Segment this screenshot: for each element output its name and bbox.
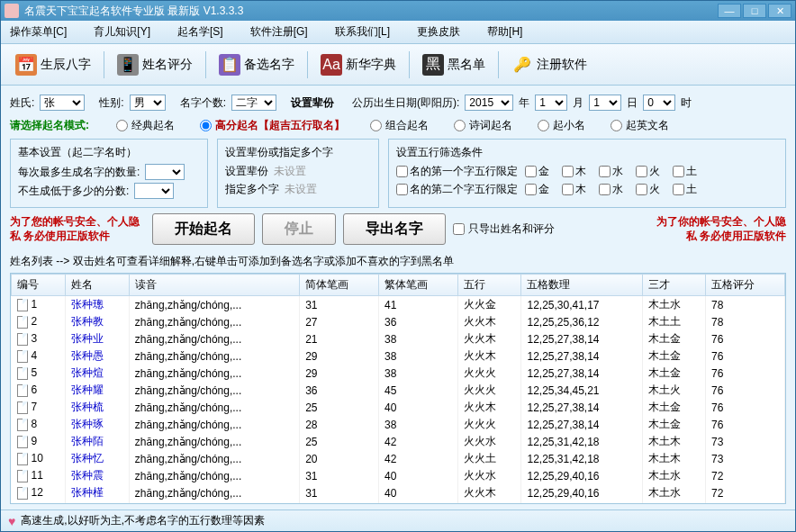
table-row[interactable]: 3张种业zhāng,zhǎng/chóng,...2138火火木12,25,27…: [12, 330, 785, 347]
close-button[interactable]: ✕: [768, 4, 791, 18]
namecount-label: 名字个数:: [180, 95, 226, 111]
table-row[interactable]: 9张种陌zhāng,zhǎng/chóng,...2542火火水12,25,31…: [12, 433, 785, 450]
wuxing-option[interactable]: 金: [525, 182, 549, 197]
wuxing-option[interactable]: 水: [599, 182, 623, 197]
toolbar-button[interactable]: 📅生辰八字: [8, 50, 98, 79]
table-row[interactable]: 11张种震zhāng,zhǎng/chóng,...3140火火水12,25,2…: [12, 467, 785, 484]
content-area: 姓氏: 张 性别: 男 名字个数: 二字 设置辈份 公历出生日期(即阳历): 2…: [1, 86, 795, 509]
start-button[interactable]: 开始起名: [152, 213, 255, 245]
toolbar-icon: 黑: [422, 54, 444, 76]
toolbar-button[interactable]: Aa新华字典: [313, 50, 403, 79]
minimize-button[interactable]: —: [718, 4, 741, 18]
wuxing-option[interactable]: 火: [636, 164, 660, 179]
export-only-checkbox[interactable]: [453, 223, 465, 235]
menu-item[interactable]: 起名学[S]: [177, 24, 223, 40]
menubar: 操作菜单[C]育儿知识[Y]起名学[S]软件注册[G]联系我们[L]更换皮肤帮助…: [1, 21, 795, 44]
doc-icon: [17, 299, 28, 311]
day-select[interactable]: 1: [589, 95, 621, 111]
menu-item[interactable]: 软件注册[G]: [250, 24, 308, 40]
mode-option[interactable]: 高分起名【超吉五行取名】: [200, 118, 345, 133]
doc-icon: [17, 470, 28, 482]
export-button[interactable]: 导出名字: [343, 213, 446, 245]
wuxing-option[interactable]: 木: [562, 182, 586, 197]
menu-item[interactable]: 操作菜单[C]: [10, 24, 67, 40]
mode-option[interactable]: 经典起名: [116, 118, 175, 133]
birth-label: 公历出生日期(即阳历):: [352, 95, 459, 111]
mode-option[interactable]: 起英文名: [611, 118, 669, 133]
multi-status[interactable]: 未设置: [285, 182, 317, 197]
toolbar-button[interactable]: 黑黑名单: [415, 50, 493, 79]
mode-title: 请选择起名模式:: [10, 118, 89, 133]
table-row[interactable]: 4张种愚zhāng,zhǎng/chóng,...2938火火木12,25,27…: [12, 347, 785, 365]
app-icon: [5, 4, 19, 18]
column-header[interactable]: 繁体笔画: [379, 275, 458, 296]
toolbar-icon: 📅: [15, 54, 37, 76]
stop-button[interactable]: 停止: [262, 213, 336, 245]
column-header[interactable]: 三才: [642, 275, 706, 296]
table-row[interactable]: 2张种教zhāng,zhǎng/chóng,...2736火火木12,25,25…: [12, 313, 785, 330]
mode-option[interactable]: 诗词起名: [454, 118, 512, 133]
setbei-link[interactable]: 设置辈份: [291, 95, 334, 111]
warning-right: 为了你的帐号安全、个人隐私 务必使用正版软件: [651, 215, 786, 243]
doc-icon: [17, 333, 28, 346]
column-header[interactable]: 姓名: [66, 275, 130, 296]
toolbar-icon: 🔑: [511, 54, 533, 76]
max-count-select[interactable]: [145, 164, 185, 180]
year-select[interactable]: 2015: [465, 95, 513, 111]
table-row[interactable]: 5张种煊zhāng,zhǎng/chóng,...2938火火火12,25,27…: [12, 365, 785, 382]
column-header[interactable]: 简体笔画: [300, 275, 379, 296]
doc-icon: [17, 436, 28, 448]
table-row[interactable]: 7张种梳zhāng,zhǎng/chóng,...2540火火木12,25,27…: [12, 399, 785, 416]
mode-option[interactable]: 组合起名: [370, 118, 429, 133]
name-table-wrap: 编号姓名读音简体笔画繁体笔画五行五格数理三才五格评分 1张种璁zhāng,zhǎ…: [10, 273, 786, 504]
toolbar-icon: 📋: [219, 54, 240, 76]
export-only-label[interactable]: 只导出姓名和评分: [453, 221, 555, 237]
doc-icon: [17, 367, 28, 380]
bei-status[interactable]: 未设置: [274, 164, 306, 179]
namecount-select[interactable]: 二字: [231, 95, 276, 111]
table-row[interactable]: 10张种忆zhāng,zhǎng/chóng,...2042火火土12,25,3…: [12, 450, 785, 467]
wuxing-option[interactable]: 土: [673, 164, 697, 179]
doc-icon: [17, 453, 28, 465]
table-row[interactable]: 1张种璁zhāng,zhǎng/chóng,...3141火火金12,25,30…: [12, 296, 785, 314]
wuxing-option[interactable]: 土: [673, 182, 697, 197]
basic-info-row: 姓氏: 张 性别: 男 名字个数: 二字 设置辈份 公历出生日期(即阳历): 2…: [10, 91, 786, 114]
column-header[interactable]: 五格数理: [521, 275, 642, 296]
settings-panels: 基本设置（起二字名时） 每次最多生成名字的数量: 不生成低于多少的分数: 设置辈…: [10, 139, 786, 208]
menu-item[interactable]: 育儿知识[Y]: [94, 24, 150, 40]
column-header[interactable]: 五格评分: [706, 275, 785, 296]
toolbar-button[interactable]: 📋备选名字: [212, 50, 302, 79]
wx1-enable[interactable]: [396, 166, 408, 177]
surname-select[interactable]: 张: [40, 95, 85, 111]
app-window: 名震天下宝宝起名软件专业版 最新版 V1.3.3.3 — □ ✕ 操作菜单[C]…: [0, 0, 796, 532]
toolbar: 📅生辰八字📱姓名评分📋备选名字Aa新华字典黑黑名单🔑注册软件: [1, 44, 795, 86]
table-row[interactable]: 13张种泉zhāng,zhǎng/chóng,...2534火火水12,25,2…: [12, 501, 785, 504]
gender-select[interactable]: 男: [130, 95, 166, 111]
menu-item[interactable]: 帮助[H]: [487, 24, 522, 40]
doc-icon: [17, 419, 28, 431]
list-hint: 姓名列表 --> 双击姓名可查看详细解释,右键单击可添加到备选名字或添加不喜欢的…: [10, 254, 786, 269]
wx2-enable[interactable]: [396, 184, 408, 195]
wuxing-option[interactable]: 金: [525, 164, 549, 179]
column-header[interactable]: 五行: [457, 275, 521, 296]
panel-basic: 基本设置（起二字名时） 每次最多生成名字的数量: 不生成低于多少的分数:: [10, 139, 208, 208]
column-header[interactable]: 编号: [12, 275, 66, 296]
month-select[interactable]: 1: [535, 95, 567, 111]
menu-item[interactable]: 更换皮肤: [417, 24, 460, 40]
wuxing-option[interactable]: 水: [599, 164, 623, 179]
menu-item[interactable]: 联系我们[L]: [335, 24, 390, 40]
doc-icon: [17, 384, 28, 397]
table-row[interactable]: 6张种耀zhāng,zhǎng/chóng,...3645火火火12,25,34…: [12, 382, 785, 399]
mode-option[interactable]: 起小名: [538, 118, 585, 133]
min-score-select[interactable]: [134, 183, 174, 199]
wuxing-option[interactable]: 火: [636, 182, 660, 197]
surname-label: 姓氏:: [10, 95, 34, 111]
wuxing-option[interactable]: 木: [562, 164, 586, 179]
hour-select[interactable]: 0: [643, 95, 675, 111]
maximize-button[interactable]: □: [743, 4, 766, 18]
toolbar-button[interactable]: 📱姓名评分: [110, 50, 200, 79]
table-row[interactable]: 12张种槿zhāng,zhǎng/chóng,...3140火火木12,25,2…: [12, 484, 785, 501]
toolbar-button[interactable]: 🔑注册软件: [504, 50, 594, 79]
column-header[interactable]: 读音: [129, 275, 299, 296]
table-row[interactable]: 8张种琢zhāng,zhǎng/chóng,...2838火火火12,25,27…: [12, 416, 785, 433]
